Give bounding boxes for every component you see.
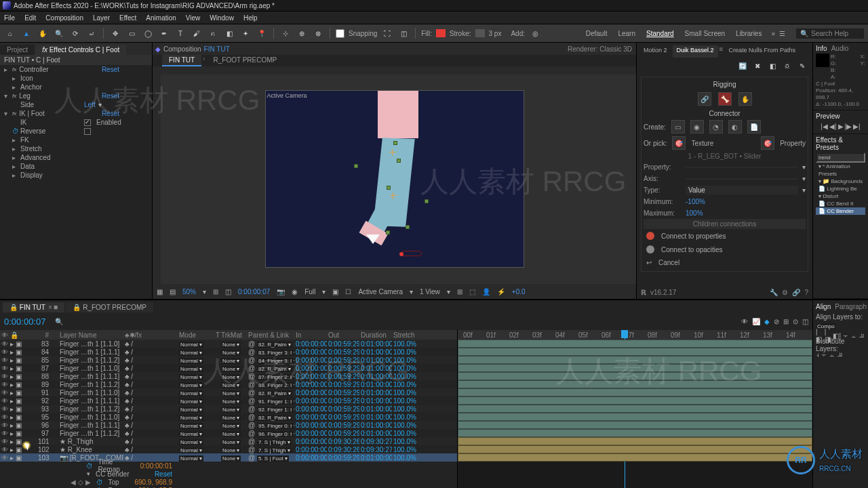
dist-v-icon[interactable]: ⫟ — [821, 351, 827, 359]
bone-handle[interactable] — [387, 186, 391, 190]
dist-left-icon[interactable]: ⫠ — [829, 351, 835, 359]
layer-row[interactable]: 👁 ▸ ▣102★ R_Knee♣ /Normal ▾None ▾@ 7. S … — [0, 445, 457, 453]
mask-icon[interactable]: ◫ — [225, 288, 231, 296]
graph-editor-icon[interactable]: 📈 — [752, 318, 760, 325]
create-angle-icon[interactable]: ◔ — [709, 120, 723, 134]
stroke-color-swatch[interactable] — [475, 29, 485, 37]
brain-icon[interactable]: ⊙ — [793, 318, 798, 325]
frame-blend-icon[interactable]: ⊞ — [783, 318, 789, 325]
layer-row[interactable]: 👁 ▸ ▣103📷 [R_FOOT…COMP]♣ /Normal ▾None ▾… — [0, 453, 457, 462]
link-icon[interactable]: 🔗 — [698, 92, 711, 106]
anchor-point-icon[interactable] — [389, 149, 396, 156]
workspace-learn[interactable]: Learn — [618, 30, 635, 37]
preset-folder[interactable]: ▾ * Animation Presets — [816, 163, 865, 178]
duik-link-icon[interactable]: 🔗 — [792, 289, 800, 296]
bone-handle[interactable] — [397, 159, 401, 163]
col-t[interactable]: T — [214, 331, 220, 339]
menu-layer[interactable]: Layer — [93, 14, 110, 22]
res-dropdown[interactable]: Full — [304, 288, 315, 296]
duik-tool4-icon[interactable]: ✎ — [796, 60, 808, 72]
effects-presets-tab[interactable]: Effects & Presets — [816, 136, 865, 151]
menu-edit[interactable]: Edit — [24, 14, 36, 22]
duik-help-icon[interactable]: ? — [804, 289, 808, 296]
axis-field[interactable] — [686, 178, 798, 180]
bone-icon[interactable]: 🦴 — [718, 92, 732, 106]
add-target-icon[interactable]: ◎ — [529, 27, 541, 39]
effects-search-input[interactable] — [816, 152, 865, 163]
tab-motion2[interactable]: Motion 2 — [639, 45, 671, 58]
create-layer-icon[interactable]: 📄 — [747, 120, 761, 134]
col-duration[interactable]: Duration — [359, 331, 392, 339]
col-mode[interactable]: Mode — [178, 331, 214, 339]
info-tab[interactable]: Info — [816, 45, 827, 52]
ruler-icon[interactable]: ⊞ — [213, 288, 218, 296]
effect-property[interactable]: ▸Advanced — [0, 153, 152, 162]
comp-tab-fintut[interactable]: FIN TUT — [162, 55, 201, 66]
prev-frame-icon[interactable]: ◀| — [829, 123, 837, 130]
switches-icon[interactable]: ◫ — [802, 318, 808, 325]
stamp-tool-icon[interactable]: ⎌ — [207, 27, 219, 39]
effect-property[interactable]: ⏱Reverse — [0, 127, 152, 136]
create-slider-icon[interactable]: ▭ — [671, 120, 685, 134]
canvas[interactable]: Active Camera — [266, 91, 524, 267]
col-out[interactable]: Out — [327, 331, 359, 339]
bone-handle[interactable] — [354, 164, 358, 168]
transparent-icon[interactable]: ☐ — [345, 288, 351, 296]
preset-item[interactable]: 📄 Lightning Be — [816, 185, 865, 192]
local-axis-icon[interactable]: ⊹ — [279, 27, 292, 39]
grid-icon[interactable]: ⊞ — [457, 288, 462, 296]
views-dropdown[interactable]: 1 View — [420, 288, 440, 296]
duik-gear-icon[interactable]: ⚙ — [782, 289, 788, 296]
effect-property[interactable]: ▸FK — [0, 136, 152, 144]
anchor-point-icon[interactable] — [390, 192, 397, 199]
menu-view[interactable]: View — [186, 14, 201, 22]
comp-name[interactable]: FIN TUT — [204, 45, 230, 53]
time-value[interactable]: 0:00:00:07 — [238, 288, 270, 296]
effect-property[interactable]: SideLeft▾ — [0, 100, 152, 109]
duik-tool2-icon[interactable]: ◧ — [766, 60, 778, 72]
effect-property[interactable]: IKEnabled — [0, 118, 152, 127]
pick-whip-icon[interactable]: 🎯 — [672, 136, 686, 150]
brush-tool-icon[interactable]: 🖌 — [191, 27, 203, 39]
hand-tool-icon[interactable]: ✋ — [37, 27, 49, 39]
3d-icon[interactable]: ⬚ — [469, 288, 475, 296]
preset-folder[interactable]: ▾ Distort — [816, 192, 865, 200]
bone-handle[interactable] — [425, 199, 429, 203]
cancel-button[interactable]: ↩Cancel — [644, 256, 806, 269]
effect-property[interactable]: ▸fxControllerReset — [0, 65, 152, 74]
selection-tool-icon[interactable]: ▲ — [20, 27, 33, 39]
pen-tool-icon[interactable]: ✒ — [158, 27, 170, 39]
layer-foot-tip[interactable] — [366, 235, 380, 244]
connect-opacities-button[interactable]: Connect to opacities — [644, 243, 806, 256]
preset-item[interactable]: 📄 CC Bend It — [816, 200, 865, 207]
channel-icon[interactable]: ◉ — [292, 288, 298, 296]
world-axis-icon[interactable]: ⊕ — [296, 27, 308, 39]
motion-blur-icon[interactable]: ⊘ — [774, 318, 779, 325]
menu-window[interactable]: Window — [210, 14, 234, 22]
eraser-tool-icon[interactable]: ◧ — [223, 27, 235, 39]
shy-icon[interactable]: 👁 — [741, 318, 748, 325]
rotate-tool-icon[interactable]: ⤾ — [85, 27, 98, 39]
property-row[interactable]: ◀ ◇ ▶ ⏱ Top690.9, 968.9 — [0, 478, 457, 486]
project-tab[interactable]: Project — [0, 45, 35, 55]
workspace-standard[interactable]: Standard — [646, 30, 674, 37]
effect-property[interactable]: ▾fxIK | FootReset — [0, 109, 152, 118]
layer-row[interactable]: 👁 ▸ ▣97Finger …th 1 [1.1.2]♣ /Normal ▾No… — [0, 429, 457, 437]
fast-preview-icon[interactable]: ⚡ — [497, 288, 505, 296]
zoom-tool-icon[interactable]: 🔍 — [53, 27, 65, 39]
col-trkmat[interactable]: TrkMat — [220, 331, 247, 339]
menu-help[interactable]: Help — [243, 14, 258, 22]
preset-folder[interactable]: ▾ 📁 Backgrounds — [816, 178, 865, 185]
layer-row[interactable]: 👁 ▸ ▣89Finger …th 1 [1.1.2]♣ /Normal ▾No… — [0, 380, 457, 388]
zoom-value[interactable]: 50% — [182, 288, 196, 296]
workspace-default[interactable]: Default — [586, 30, 608, 37]
text-tool-icon[interactable]: T — [174, 27, 186, 39]
puppet-tool-icon[interactable]: 📍 — [256, 27, 268, 39]
bone-handle[interactable] — [386, 230, 390, 235]
exposure-value[interactable]: +0.0 — [512, 288, 526, 296]
layer-row[interactable]: 👁 ▸ ▣83Finger …th 1 [1.1.0]♣ /Normal ▾No… — [0, 340, 457, 348]
ellipse-tool-icon[interactable]: ◯ — [142, 27, 154, 39]
layer-row[interactable]: 👁 ▸ ▣101★ R_Thigh♣ /Normal ▾None ▾@ 7. S… — [0, 437, 457, 445]
property-label[interactable]: Property — [780, 140, 806, 147]
search-help[interactable]: 🔍 Search Help — [796, 28, 864, 39]
